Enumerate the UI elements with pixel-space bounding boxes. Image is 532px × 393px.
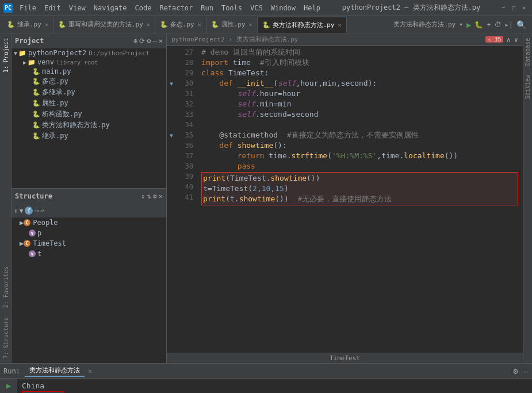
database-tab[interactable]: Database <box>523 33 532 70</box>
py-file-icon4: 🐍 <box>32 100 40 107</box>
run-minimize-icon[interactable]: — <box>524 367 529 376</box>
tab-close-icon4[interactable]: ✕ <box>249 21 252 28</box>
sync-icon[interactable]: ⟳ <box>139 37 145 45</box>
highlight-block: print(TimeTest.showtime()) t=TimeTest(2,… <box>201 172 518 205</box>
left-tab-project[interactable]: 1: Project <box>0 33 11 77</box>
add-icon[interactable]: ⊕ <box>133 37 137 45</box>
run-tab-static[interactable]: 类方法和静态方法 <box>25 365 85 377</box>
p-label: p <box>37 229 41 237</box>
code-line-40: t=TimeTest(2,10,15) <box>203 184 516 194</box>
tree-destructor[interactable]: 🐍 析构函数.py <box>12 109 166 120</box>
menu-tools[interactable]: Tools <box>218 3 246 13</box>
venv-label: venv <box>37 58 54 66</box>
struct-sort-btn[interactable]: ↕ <box>14 207 18 215</box>
code-text[interactable]: # demo 返回当前的系统时间 import time #引入时间模块 cla… <box>197 46 523 353</box>
menu-code[interactable]: Code <box>132 3 155 13</box>
run-config-dropdown[interactable]: ▾ <box>459 21 463 28</box>
sciview-tab[interactable]: SciView <box>523 70 532 104</box>
tab-close-icon[interactable]: ✕ <box>45 21 48 28</box>
search-everywhere-icon[interactable]: 🔍 <box>516 20 526 29</box>
tab-close-icon5[interactable]: ✕ <box>338 22 342 28</box>
menu-navigate[interactable]: Navigate <box>90 3 131 13</box>
tab-close-icon3[interactable]: ✕ <box>198 21 201 28</box>
struct-timetest[interactable]: ▶ C TimeTest <box>12 238 166 249</box>
window-controls: − □ ✕ <box>499 4 529 12</box>
maximize-button[interactable]: □ <box>509 4 518 12</box>
tab-py-icon3: 🐍 <box>160 21 168 28</box>
nav-up-icon[interactable]: ∧ <box>507 36 511 44</box>
left-tab-favorites[interactable]: 2: Favorites <box>0 262 11 312</box>
menu-view[interactable]: View <box>66 3 89 13</box>
menu-file[interactable]: File <box>16 3 40 13</box>
tab-polymorphism[interactable]: 🐍 多态.py ✕ <box>155 17 206 33</box>
run-profiler-button[interactable]: ⏱ <box>495 21 502 29</box>
menu-vcs[interactable]: VCS <box>247 3 266 13</box>
run-output: China 10:32:51 10:32:51 Process finished… <box>17 379 532 393</box>
close-panel-icon[interactable]: ✕ <box>159 37 163 45</box>
expand-icon[interactable]: — <box>153 37 157 45</box>
run-extra-button[interactable]: ▸| <box>505 21 513 29</box>
tree-property[interactable]: 🐍 属性.py <box>12 98 166 109</box>
run-green-button[interactable]: ▶ <box>466 20 471 29</box>
run-settings-icon[interactable]: ⚙ <box>513 367 518 376</box>
code-line-34 <box>201 120 518 130</box>
tree-root[interactable]: ▼ 📁 pythonProject2 D:/pythonProject <box>12 48 166 58</box>
main-label: main.py <box>42 67 71 75</box>
struct-info-btn[interactable]: f <box>25 207 33 215</box>
py-file-icon2: 🐍 <box>32 78 40 85</box>
struct-collapse-btn[interactable]: ↩ <box>40 207 44 215</box>
tab-py-icon: 🐍 <box>7 21 15 28</box>
sort-icon[interactable]: ↕ <box>141 192 145 200</box>
left-vertical-tabs: 1: Project 2: Favorites 7: Structure <box>0 33 12 363</box>
fold-arrow2[interactable]: ▼ <box>170 132 173 139</box>
struct-people[interactable]: ▶ C People <box>12 218 166 228</box>
tab-property[interactable]: 🐍 属性.py ✕ <box>206 17 258 33</box>
code-editor[interactable]: ▼ ▼ 27 28 29 30 31 32 33 34 35 <box>167 46 523 353</box>
rerun-button[interactable]: ▶ <box>6 381 11 390</box>
line-numbers: 27 28 29 30 31 32 33 34 35 36 37 38 39 4… <box>176 46 197 353</box>
struct-filter-btn[interactable]: ▼ <box>20 207 24 215</box>
tab-inheritance[interactable]: 🐍 继承.py ✕ <box>2 17 53 33</box>
tree-venv[interactable]: ▶ 📁 venv library root <box>12 58 166 67</box>
folder-icon: 📁 <box>18 49 26 57</box>
tree-static-method[interactable]: 🐍 类方法和静态方法.py <box>12 120 166 131</box>
close-button[interactable]: ✕ <box>519 4 529 12</box>
left-tab-structure[interactable]: 7: Structure <box>0 312 11 363</box>
struct-p[interactable]: v p <box>12 228 166 238</box>
menu-window[interactable]: Window <box>267 3 299 13</box>
code-line-30: def __init__(self,hour,min,second): <box>201 78 518 89</box>
output-china: China <box>22 381 527 391</box>
run-tab-close[interactable]: ✕ <box>88 367 92 375</box>
tab-static-method[interactable]: 🐍 类方法和静态方法.py ✕ <box>258 17 347 33</box>
run-controls: ▶ ■ ↑ ↓ ≡ ⊡ <box>0 379 17 393</box>
fold-arrow[interactable]: ▼ <box>170 81 173 87</box>
py-file-icon5: 🐍 <box>32 110 40 118</box>
tree-multi-inherit[interactable]: 🐍 多继承.py <box>12 87 166 98</box>
structure-close-icon[interactable]: ✕ <box>159 192 163 200</box>
menu-run[interactable]: Run <box>197 3 217 13</box>
code-line-31: self.hour=hour <box>201 89 518 99</box>
menu-refactor[interactable]: Refactor <box>156 3 196 13</box>
menu-edit[interactable]: Edit <box>41 3 64 13</box>
settings-icon[interactable]: ⚙ <box>147 37 151 45</box>
struct-expand-btn[interactable]: ⟶ <box>35 207 39 215</box>
titlebar: PC File Edit View Navigate Code Refactor… <box>0 0 532 16</box>
filter-icon[interactable]: ⚙ <box>153 192 157 200</box>
structure-toolbar: ↕ ▼ f ⟶ ↩ <box>12 204 166 218</box>
project-panel-title: Project <box>15 37 131 45</box>
debug-button[interactable]: 🐛 <box>474 21 483 29</box>
run-coverage-button[interactable]: ☂ <box>487 21 491 29</box>
minimize-button[interactable]: − <box>499 4 508 12</box>
sort-alpha-icon[interactable]: ⇅ <box>147 192 151 200</box>
tree-polymorphism[interactable]: 🐍 多态.py <box>12 76 166 87</box>
arrow-right-icon: ▶ <box>23 59 26 66</box>
tree-main[interactable]: 🐍 main.py <box>12 67 166 76</box>
tree-inheritance[interactable]: 🐍 继承.py <box>12 131 166 142</box>
destructor-label: 析构函数.py <box>42 109 82 119</box>
root-label: pythonProject2 <box>28 49 86 57</box>
tab-override[interactable]: 🐍 重写和调用父类的方法.py ✕ <box>53 17 155 33</box>
tab-close-icon2[interactable]: ✕ <box>147 21 150 28</box>
nav-down-icon[interactable]: ∨ <box>514 36 518 44</box>
menu-help[interactable]: Help <box>300 3 324 13</box>
struct-t[interactable]: v t <box>12 249 166 259</box>
